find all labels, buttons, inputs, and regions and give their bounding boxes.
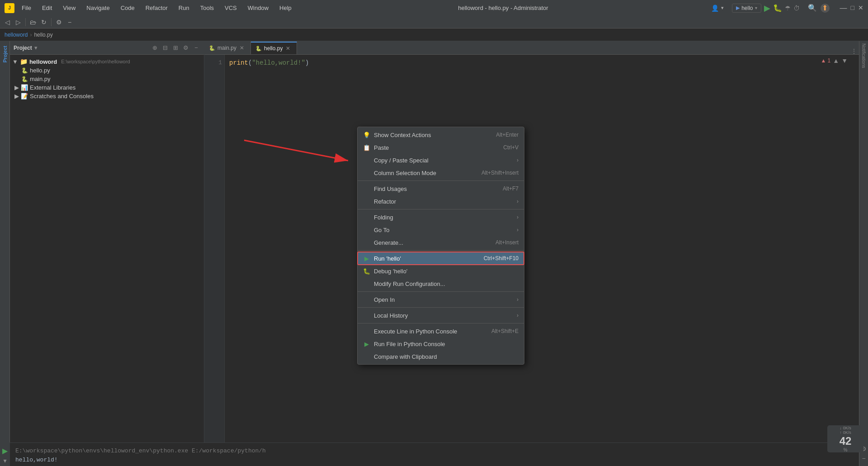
tree-file-main[interactable]: 🐍 main.py: [10, 75, 204, 83]
bottom-panel: ▶ ▲ ▼ ⚙ ⇌ ≡ 🖨 📌 E:\workspace\python\envs…: [0, 442, 868, 466]
ctx-label-paste: Paste: [374, 144, 389, 151]
run-button[interactable]: ▶: [764, 3, 770, 13]
ctx-shortcut-column: Alt+Shift+Insert: [481, 170, 519, 176]
forward-button[interactable]: ▷: [13, 17, 23, 27]
run-config-selector[interactable]: ▶ hello ▾: [732, 4, 761, 13]
tab-hello-label: hello.py: [264, 45, 283, 52]
ctx-label-column: Column Selection Mode: [374, 170, 436, 176]
tree-file-hello[interactable]: 🐍 hello.py: [10, 66, 204, 75]
expand-all-button[interactable]: ⊞: [171, 44, 179, 52]
tab-hello-close[interactable]: ✕: [285, 45, 291, 52]
menu-edit[interactable]: Edit: [38, 3, 56, 13]
hello-py-tab-icon: 🐍: [255, 46, 262, 52]
breadcrumb-project[interactable]: helloword: [5, 32, 28, 38]
menu-code[interactable]: Code: [117, 3, 138, 13]
ctx-arrow-copy-paste: ›: [517, 157, 519, 163]
tree-settings-button[interactable]: ⚙: [182, 44, 190, 52]
tree-root-folder[interactable]: ▼ 📁 helloword E:\workspace\python\hellow…: [10, 57, 204, 66]
open-folder-button[interactable]: 🗁: [28, 17, 38, 27]
debug-button[interactable]: 🐛: [773, 4, 782, 12]
toolbar-row: ◁ ▷ 🗁 ↻ ⚙ −: [0, 16, 868, 29]
execute-icon: [363, 328, 370, 335]
menu-vcs[interactable]: VCS: [221, 3, 241, 13]
profile-area[interactable]: 👤 ▾: [711, 5, 724, 12]
tab-hello-py[interactable]: 🐍 hello.py ✕: [251, 42, 297, 54]
file-main-label: main.py: [30, 76, 51, 82]
tab-main-py[interactable]: 🐍 main.py ✕: [204, 42, 251, 54]
menu-refactor[interactable]: Refactor: [142, 3, 171, 13]
back-button[interactable]: ◁: [2, 17, 12, 27]
menu-run[interactable]: Run: [175, 3, 193, 13]
copy-paste-icon: [363, 157, 370, 164]
ctx-debug-hello[interactable]: 🐛 Debug 'hello': [358, 265, 524, 277]
project-panel-icon[interactable]: Project: [2, 46, 8, 62]
ctx-compare-clipboard[interactable]: Compare with Clipboard: [358, 350, 524, 363]
menu-view[interactable]: View: [59, 3, 79, 13]
generate-icon: [363, 239, 370, 246]
ctx-column-selection[interactable]: Column Selection Mode Alt+Shift+Insert: [358, 166, 524, 179]
recent-files-button[interactable]: ⋮: [851, 48, 857, 54]
code-editor[interactable]: print("hello,world!"): [225, 55, 859, 442]
scroll-up-button[interactable]: ▲: [2, 458, 8, 465]
ctx-copy-paste-special[interactable]: Copy / Paste Special ›: [358, 154, 524, 166]
run-output-line-1: hello,world!: [15, 456, 854, 465]
maximize-button[interactable]: □: [851, 4, 854, 12]
close-button[interactable]: ✕: [858, 4, 863, 12]
tab-main-close[interactable]: ✕: [239, 45, 245, 51]
scroll-to-error-up[interactable]: ▲: [833, 57, 839, 64]
minimize-button[interactable]: —: [840, 4, 847, 12]
menu-help[interactable]: Help: [276, 3, 295, 13]
left-panel-strip: Project: [0, 41, 10, 442]
ctx-show-context-actions[interactable]: 💡 Show Context Actions Alt+Enter: [358, 128, 524, 141]
ctx-arrow-open-in: ›: [517, 296, 519, 303]
menu-navigate[interactable]: Navigate: [83, 3, 113, 13]
ctx-folding[interactable]: Folding ›: [358, 211, 524, 223]
ctx-find-usages[interactable]: Find Usages Alt+F7: [358, 182, 524, 195]
run-command-line: E:\workspace\python\envs\helloword_env\p…: [15, 447, 854, 456]
tree-hide-button[interactable]: −: [192, 44, 200, 52]
ctx-local-history[interactable]: Local History ›: [358, 309, 524, 322]
compare-icon: [363, 353, 370, 360]
ctx-arrow-folding: ›: [517, 214, 519, 220]
download-speed: ↓0K/s: [840, 426, 851, 430]
notifications-panel: Notifications: [859, 41, 868, 442]
scroll-to-error-down[interactable]: ▼: [841, 57, 848, 64]
run-play-button[interactable]: ▶: [2, 447, 8, 455]
error-badge: ▲ 1: [821, 57, 830, 64]
sync-button[interactable]: ↻: [39, 17, 49, 27]
breadcrumb-file[interactable]: hello.py: [34, 32, 52, 38]
tree-external-libs[interactable]: ▶ 📊 External Libraries: [10, 83, 204, 92]
ctx-open-in[interactable]: Open In ›: [358, 293, 524, 306]
editor-content[interactable]: 1 print("hello,world!") ▲ 1 ▲ ▼: [204, 55, 859, 442]
ctx-run-file-console[interactable]: ▶ Run File in Python Console: [358, 338, 524, 350]
top-right-actions: 🔍 ⬆: [808, 4, 830, 13]
upload-speed: ↑0K/s: [840, 430, 851, 435]
profile-run-button[interactable]: ⏱: [793, 5, 800, 12]
refactor-icon: [363, 198, 370, 205]
updates-button[interactable]: ⬆: [821, 4, 830, 13]
ctx-execute-line[interactable]: Execute Line in Python Console Alt+Shift…: [358, 325, 524, 338]
ctx-refactor[interactable]: Refactor ›: [358, 195, 524, 208]
settings-button[interactable]: ⚙: [54, 17, 64, 27]
ctx-run-hello[interactable]: ▶ Run 'hello' Ctrl+Shift+F10: [358, 252, 524, 265]
ctx-generate[interactable]: Generate... Alt+Insert: [358, 236, 524, 249]
menu-tools[interactable]: Tools: [197, 3, 217, 13]
coverage-button[interactable]: ☂: [785, 5, 791, 12]
ctx-paste[interactable]: 📋 Paste Ctrl+V: [358, 141, 524, 154]
run-close-button[interactable]: −: [862, 455, 865, 462]
notifications-label[interactable]: Notifications: [861, 43, 866, 68]
ctx-label-debug-hello: Debug 'hello': [374, 268, 407, 275]
collapse-all-button[interactable]: ⊟: [161, 44, 169, 52]
editor-tabs: 🐍 main.py ✕ 🐍 hello.py ✕ ⋮: [204, 41, 859, 55]
menu-window[interactable]: Window: [244, 3, 272, 13]
ctx-goto[interactable]: Go To ›: [358, 223, 524, 236]
locate-file-button[interactable]: ⊕: [151, 44, 159, 52]
tree-scratches[interactable]: ▶ 📝 Scratches and Consoles: [10, 92, 204, 100]
menu-file[interactable]: File: [18, 3, 35, 13]
ctx-label-open-in: Open In: [374, 296, 395, 303]
hide-button[interactable]: −: [65, 17, 75, 27]
ctx-modify-run-config[interactable]: Modify Run Configuration...: [358, 277, 524, 290]
run-hello-icon: ▶: [363, 255, 370, 262]
search-button[interactable]: 🔍: [808, 4, 817, 12]
breadcrumb: helloword › hello.py: [0, 29, 868, 41]
